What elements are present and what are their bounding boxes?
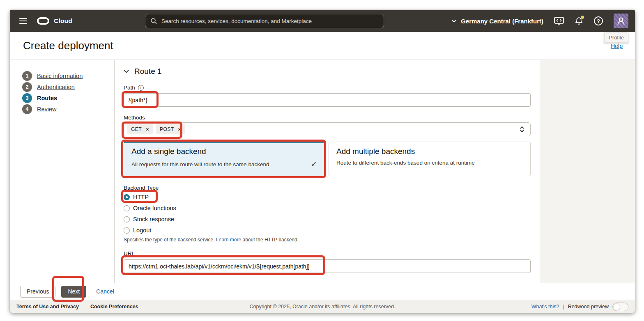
step-link-authentication[interactable]: Authentication bbox=[37, 84, 75, 90]
chip-remove-icon[interactable]: ✕ bbox=[178, 127, 182, 132]
step-review[interactable]: 4 Review bbox=[22, 104, 114, 114]
console-footer: Terms of Use and Privacy Cookie Preferen… bbox=[10, 300, 635, 313]
radio-logout[interactable]: Logout bbox=[124, 226, 531, 234]
app-window: Cloud Germany Central (Frankfurt) bbox=[9, 9, 635, 313]
search-icon bbox=[150, 18, 157, 25]
path-input[interactable] bbox=[124, 93, 531, 107]
radio-label: Logout bbox=[133, 227, 151, 234]
collapse-chevron-icon[interactable] bbox=[124, 70, 129, 73]
top-navigation-bar: Cloud Germany Central (Frankfurt) bbox=[10, 10, 635, 32]
question-glyph: ? bbox=[597, 18, 600, 24]
method-chip-post: POST ✕ bbox=[156, 124, 185, 134]
whats-this-link[interactable]: What's this? bbox=[531, 304, 559, 310]
cancel-link[interactable]: Cancel bbox=[96, 288, 114, 295]
toggle-knob[interactable] bbox=[613, 303, 620, 310]
methods-label: Methods bbox=[124, 115, 531, 121]
global-search[interactable] bbox=[145, 14, 384, 28]
step-authentication[interactable]: 2 Authentication bbox=[22, 82, 114, 92]
page-title: Create deployment bbox=[23, 39, 113, 52]
step-link-routes: Routes bbox=[37, 95, 57, 101]
radio-selected-icon[interactable] bbox=[124, 194, 130, 200]
multiple-backends-card[interactable]: Add multiple backends Route to different… bbox=[329, 142, 531, 176]
redwood-preview-label: Redwood preview bbox=[568, 304, 609, 310]
notifications-bell-icon[interactable] bbox=[575, 16, 583, 25]
url-label: URL bbox=[124, 250, 531, 257]
cookie-preferences-link[interactable]: Cookie Preferences bbox=[90, 304, 138, 310]
page-header: Create deployment Help bbox=[10, 32, 635, 60]
region-label: Germany Central (Frankfurt) bbox=[461, 18, 543, 25]
next-button[interactable]: Next bbox=[61, 286, 86, 298]
step-number-badge: 1 bbox=[22, 71, 32, 81]
method-chip-get: GET ✕ bbox=[127, 124, 153, 134]
search-input[interactable] bbox=[161, 18, 379, 24]
chevron-down-icon bbox=[451, 19, 457, 23]
radio-icon[interactable] bbox=[124, 227, 130, 234]
terms-link[interactable]: Terms of Use and Privacy bbox=[16, 304, 79, 310]
step-link-basic-information[interactable]: Basic information bbox=[37, 73, 83, 79]
cloud-shell-icon[interactable] bbox=[554, 17, 564, 25]
step-number-badge: 2 bbox=[22, 82, 32, 92]
single-backend-card[interactable]: Add a single backend All requests for th… bbox=[124, 142, 326, 176]
route-form: Route 1 Path i Methods GET ✕ POST ✕ bbox=[115, 60, 540, 283]
url-input[interactable] bbox=[124, 259, 531, 273]
radio-http[interactable]: HTTP bbox=[124, 193, 531, 201]
radio-label: Stock response bbox=[133, 216, 174, 222]
radio-stock-response[interactable]: Stock response bbox=[124, 215, 531, 223]
radio-icon[interactable] bbox=[124, 216, 130, 222]
methods-select[interactable]: GET ✕ POST ✕ bbox=[124, 122, 531, 136]
select-caret-icon bbox=[520, 126, 524, 133]
help-link[interactable]: Help bbox=[611, 43, 623, 49]
right-gutter bbox=[540, 60, 635, 283]
backend-type-radio-group: HTTP Oracle functions Stock response Log… bbox=[124, 193, 531, 234]
profile-tooltip: Profile bbox=[604, 32, 628, 43]
card-description: All requests for this route will route t… bbox=[131, 161, 311, 167]
chip-label: GET bbox=[131, 126, 142, 132]
step-routes[interactable]: 3 Routes bbox=[22, 93, 114, 103]
route-section-header[interactable]: Route 1 bbox=[124, 66, 531, 77]
oracle-logo-icon bbox=[37, 17, 49, 25]
menu-icon[interactable] bbox=[19, 18, 27, 24]
chip-label: POST bbox=[160, 126, 174, 132]
chip-remove-icon[interactable]: ✕ bbox=[145, 127, 150, 132]
wizard-action-bar: Previous Next Cancel bbox=[10, 283, 635, 300]
region-selector[interactable]: Germany Central (Frankfurt) bbox=[451, 18, 543, 25]
person-icon bbox=[616, 16, 626, 26]
wizard-step-nav: 1 Basic information 2 Authentication 3 R… bbox=[10, 60, 115, 283]
radio-label: HTTP bbox=[133, 194, 149, 200]
info-icon[interactable]: i bbox=[138, 85, 144, 91]
selected-check-icon: ✓ bbox=[311, 160, 317, 169]
learn-more-link[interactable]: Learn more bbox=[216, 237, 241, 243]
backend-type-helper-text: Specifies the type of the backend servic… bbox=[124, 237, 531, 243]
content-area: 1 Basic information 2 Authentication 3 R… bbox=[10, 60, 635, 283]
card-description: Route to different back-ends based on cr… bbox=[336, 160, 523, 166]
help-icon[interactable]: ? bbox=[594, 16, 603, 25]
radio-label: Oracle functions bbox=[133, 205, 176, 211]
redwood-preview-toggle[interactable] bbox=[612, 303, 628, 311]
oracle-cloud-logo[interactable]: Cloud bbox=[37, 17, 72, 25]
route-section-title: Route 1 bbox=[134, 67, 162, 76]
profile-avatar[interactable] bbox=[614, 14, 628, 28]
path-label: Path i bbox=[124, 85, 531, 91]
step-number-badge: 4 bbox=[22, 104, 32, 114]
footer-divider: | bbox=[563, 304, 564, 310]
previous-button[interactable]: Previous bbox=[20, 286, 55, 298]
notification-dot bbox=[581, 16, 584, 19]
brand-label: Cloud bbox=[54, 17, 72, 25]
radio-oracle-functions[interactable]: Oracle functions bbox=[124, 204, 531, 212]
backend-type-label: Backend Type bbox=[124, 185, 531, 191]
backend-mode-cards: Add a single backend All requests for th… bbox=[124, 142, 531, 176]
radio-icon[interactable] bbox=[124, 205, 130, 211]
card-title: Add multiple backends bbox=[336, 147, 523, 156]
card-title: Add a single backend bbox=[131, 147, 318, 156]
step-number-badge: 3 bbox=[22, 93, 32, 103]
step-basic-information[interactable]: 1 Basic information bbox=[22, 71, 114, 81]
step-link-review[interactable]: Review bbox=[37, 106, 57, 112]
